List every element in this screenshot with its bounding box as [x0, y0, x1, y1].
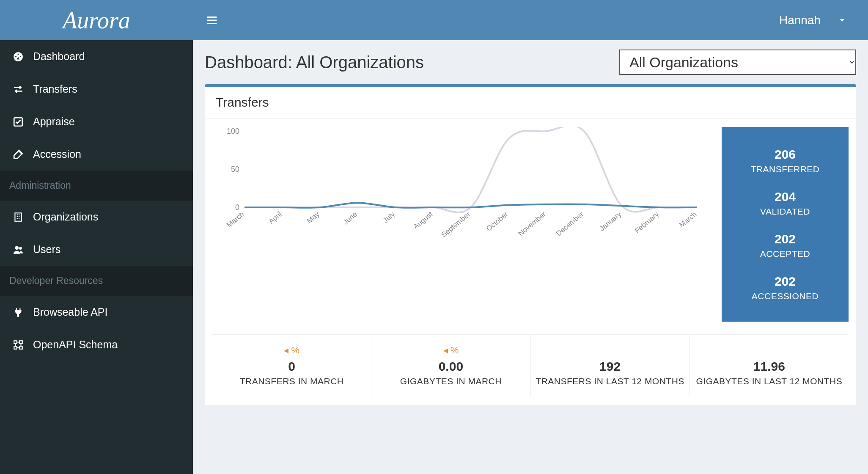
svg-text:July: July: [382, 210, 397, 224]
stat-label: TRANSFERRED: [726, 164, 844, 174]
main-area: Hannah Dashboard: All Organizations All …: [193, 0, 868, 474]
stat-label: ACCESSIONED: [726, 291, 844, 301]
schema-icon: [12, 339, 25, 350]
chevron-down-icon: [838, 16, 847, 25]
svg-text:September: September: [440, 210, 472, 239]
stat-transferred: 206 TRANSFERRED: [726, 140, 844, 182]
metric-trend: ◂ %: [217, 345, 367, 357]
svg-text:June: June: [342, 210, 359, 226]
stat-value: 202: [726, 232, 844, 246]
organizations-icon: [12, 212, 25, 223]
accession-icon: [12, 149, 25, 160]
sidebar-item-users[interactable]: Users: [0, 233, 193, 266]
svg-text:March: March: [678, 210, 698, 229]
metric-trend: ◂ %: [376, 345, 526, 357]
metric-label: GIGABYTES IN LAST 12 MONTHS: [694, 376, 844, 386]
sidebar-item-organizations[interactable]: Organizations: [0, 201, 193, 233]
svg-text:April: April: [267, 210, 283, 226]
svg-point-3: [19, 247, 22, 250]
stat-label: VALIDATED: [726, 207, 844, 217]
transfers-chart: 050100MarchAprilMayJuneJulyAugustSeptemb…: [212, 127, 712, 322]
svg-rect-1: [15, 213, 21, 221]
metric-transfers-year: 192 TRANSFERS IN LAST 12 MONTHS: [531, 335, 690, 397]
metric-gigabytes-year: 11.96 GIGABYTES IN LAST 12 MONTHS: [690, 335, 849, 397]
stat-accessioned: 202 ACCESSIONED: [726, 267, 844, 309]
users-icon: [12, 244, 25, 255]
sidebar: Aurora Dashboard Transfers Appraise Acce…: [0, 0, 193, 474]
svg-text:March: March: [225, 210, 245, 229]
svg-text:November: November: [517, 210, 548, 237]
svg-point-2: [15, 246, 19, 250]
stat-value: 206: [726, 147, 844, 162]
svg-text:February: February: [633, 210, 661, 235]
sidebar-section-developer: Developer Resources: [0, 266, 193, 296]
sidebar-item-label: Accession: [33, 148, 81, 160]
sidebar-section-administration: Administration: [0, 171, 193, 201]
sidebar-item-label: Dashboard: [33, 50, 85, 63]
user-name: Hannah: [779, 14, 821, 27]
panel-title: Transfers: [205, 87, 856, 118]
svg-rect-6: [14, 346, 17, 349]
hamburger-menu-button[interactable]: [206, 14, 218, 27]
svg-text:October: October: [485, 210, 510, 233]
svg-rect-4: [14, 341, 17, 344]
sidebar-item-dashboard[interactable]: Dashboard: [0, 40, 193, 73]
svg-rect-7: [19, 346, 22, 349]
sidebar-item-label: OpenAPI Schema: [33, 339, 118, 351]
transfers-icon: [12, 84, 25, 95]
transfers-panel: Transfers 050100MarchAprilMayJuneJulyAug…: [205, 84, 856, 405]
stat-label: ACCEPTED: [726, 249, 844, 259]
appraise-icon: [12, 116, 25, 127]
svg-text:100: 100: [227, 127, 239, 135]
organization-select[interactable]: All Organizations: [619, 50, 856, 75]
svg-text:December: December: [555, 210, 585, 237]
stat-accepted: 202 ACCEPTED: [726, 224, 844, 267]
sidebar-item-label: Transfers: [33, 83, 77, 95]
page-title: Dashboard: All Organizations: [205, 53, 424, 72]
metric-label: TRANSFERS IN LAST 12 MONTHS: [535, 376, 685, 386]
sidebar-item-label: Organizations: [33, 211, 98, 223]
stat-value: 204: [726, 190, 844, 204]
content-header: Dashboard: All Organizations All Organiz…: [205, 50, 856, 75]
sidebar-item-label: Users: [33, 243, 60, 256]
sidebar-item-label: Browseable API: [33, 306, 108, 318]
sidebar-item-accession[interactable]: Accession: [0, 138, 193, 171]
metrics-row: ◂ % 0 TRANSFERS IN MARCH ◂ % 0.00 GIGABY…: [212, 334, 849, 397]
metric-value: 11.96: [694, 359, 844, 374]
sidebar-item-transfers[interactable]: Transfers: [0, 73, 193, 105]
metric-gigabytes-month: ◂ % 0.00 GIGABYTES IN MARCH: [371, 335, 530, 397]
svg-text:50: 50: [231, 165, 239, 174]
sidebar-item-label: Appraise: [33, 116, 75, 128]
metric-label: GIGABYTES IN MARCH: [376, 376, 526, 386]
stat-value: 202: [726, 274, 844, 289]
stats-box: 206 TRANSFERRED 204 VALIDATED 202 ACCEPT…: [722, 127, 849, 322]
sidebar-item-openapi-schema[interactable]: OpenAPI Schema: [0, 328, 193, 361]
metric-value: 0.00: [376, 359, 526, 374]
metric-transfers-month: ◂ % 0 TRANSFERS IN MARCH: [212, 335, 371, 397]
svg-text:January: January: [598, 210, 623, 233]
sidebar-item-appraise[interactable]: Appraise: [0, 105, 193, 138]
svg-text:0: 0: [235, 203, 239, 212]
stat-validated: 204 VALIDATED: [726, 182, 844, 224]
metric-value: 192: [535, 359, 685, 374]
dashboard-icon: [12, 51, 25, 62]
metric-trend: [535, 345, 685, 357]
brand-logo[interactable]: Aurora: [0, 0, 193, 40]
metric-label: TRANSFERS IN MARCH: [217, 376, 367, 386]
svg-text:May: May: [305, 210, 321, 225]
metric-value: 0: [217, 359, 367, 374]
topbar: Hannah: [193, 0, 868, 40]
plug-icon: [12, 307, 25, 318]
svg-text:August: August: [412, 210, 434, 231]
metric-trend: [694, 345, 844, 357]
content: Dashboard: All Organizations All Organiz…: [193, 40, 868, 474]
svg-rect-5: [19, 341, 22, 344]
sidebar-item-browseable-api[interactable]: Browseable API: [0, 296, 193, 328]
user-menu[interactable]: Hannah: [779, 14, 855, 27]
